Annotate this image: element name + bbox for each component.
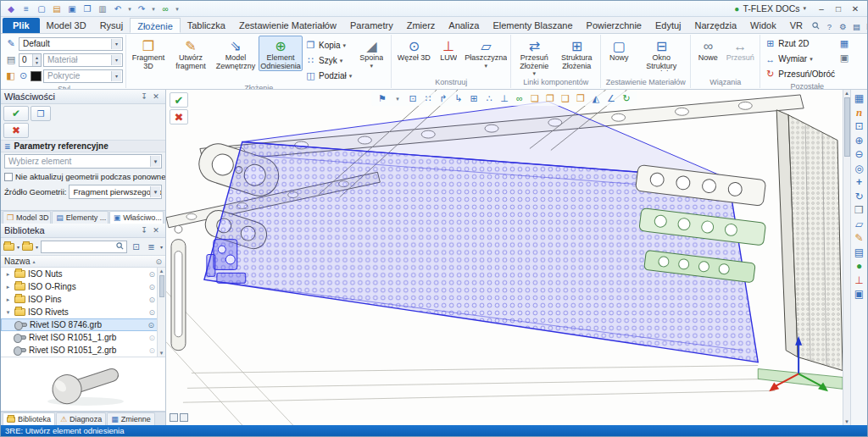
eye-icon[interactable]: ⊙ [148, 334, 155, 342]
undo-dropdown-icon[interactable]: ▾ [126, 3, 133, 15]
apply-button[interactable]: ❐ [31, 106, 51, 121]
tab-analiza[interactable]: Analiza [442, 18, 486, 33]
refresh-icon[interactable]: ↻ [620, 92, 633, 105]
lcs-button[interactable]: ⊥ LUW [434, 36, 463, 64]
tab-zmienne[interactable]: ▦ Zmienne [107, 412, 155, 425]
eye-icon[interactable]: ⊙ [148, 270, 155, 279]
expand-icon[interactable]: ▸ [4, 284, 12, 290]
tab-diagnoza[interactable]: ⚠ Diagnoza [56, 412, 106, 425]
search-icon[interactable] [810, 22, 822, 31]
tab-properties-panel[interactable]: ▣ Właściwo... [109, 211, 164, 224]
app-logo-icon[interactable]: ◆ [4, 3, 18, 15]
geometry-source-combo[interactable]: Fragment pierwszego pozior ▼ [69, 185, 162, 199]
screen-icon[interactable]: ▣ [853, 288, 866, 300]
chevron-down-icon[interactable]: ▾ [111, 71, 121, 81]
frame-icon[interactable]: ❏ [529, 92, 542, 105]
jump-arrow-icon[interactable]: ↱ [437, 92, 450, 105]
move-rotate-button[interactable]: ↻ Przesuń/Obróć [763, 67, 837, 81]
tree-item-rivet-r1051-2[interactable]: Rivet ISO R1051_2.grb ⊙ [1, 344, 165, 357]
library-scrollbar[interactable]: ▲ ▼ [157, 268, 165, 357]
axis-icon[interactable]: ⊥ [498, 92, 511, 105]
minimize-button[interactable]: – [813, 3, 830, 15]
viewport-ok-button[interactable]: ✔ [170, 92, 188, 108]
chevron-down-icon[interactable]: ▼ [150, 156, 160, 167]
new-document-icon[interactable]: ▢ [35, 3, 48, 15]
customize-toolbar-icon[interactable]: ▾ [174, 3, 181, 15]
save-all-icon[interactable]: ❐ [81, 3, 94, 15]
sheet-button-2[interactable] [180, 413, 188, 422]
tree-item-iso-o-rings[interactable]: ▸ ISO O-Rings ⊙ [1, 280, 165, 293]
tab-zmierz[interactable]: Zmierz [400, 18, 442, 33]
spin-down-icon[interactable]: ▼ [35, 60, 39, 65]
column-header-name[interactable]: Nazwa [4, 257, 31, 266]
close-icon[interactable]: ✕ [150, 92, 162, 101]
product-structure-window-button[interactable]: ⊟ Okno Struktury Produktu [635, 36, 687, 72]
new-library-icon[interactable] [3, 243, 14, 251]
view-cube-icon[interactable]: ❒ [853, 204, 866, 216]
chevron-down-icon[interactable]: ▾ [349, 73, 353, 80]
pin-icon[interactable]: ↧ [138, 92, 150, 101]
close-button[interactable]: ✕ [847, 3, 864, 15]
tab-model-3d[interactable]: Model 3D [40, 18, 93, 33]
tab-zlozenie[interactable]: Złożenie [130, 18, 181, 33]
chevron-down-icon[interactable]: ▾ [111, 39, 121, 49]
weld-button[interactable]: ◢ Spoina ▾ [354, 36, 388, 69]
view-mode-icon[interactable]: ≣ [145, 241, 158, 253]
search-icon[interactable] [116, 241, 124, 252]
tab-widok[interactable]: Widok [743, 18, 783, 33]
bom-new-button[interactable]: ▢ Nowy [604, 36, 634, 64]
sheet-button-1[interactable] [170, 413, 178, 422]
visibility-column-icon[interactable]: ⊙ [155, 257, 162, 266]
viewport-cancel-button[interactable]: ✖ [170, 109, 188, 124]
tflex-docs-menu[interactable]: ● T-FLEX DOCs ▾ [734, 3, 806, 14]
reference-element-button[interactable]: ⊕ Element Odniesienia [259, 36, 303, 71]
chevron-down-icon[interactable]: ▾ [340, 58, 343, 64]
pin-icon[interactable]: ↧ [138, 226, 150, 235]
undo-icon[interactable]: ↶ [111, 3, 125, 15]
tab-zestawienie-materialow[interactable]: Zestawienie Materiałów [232, 18, 343, 33]
scrollbar-thumb[interactable] [159, 275, 164, 297]
filter-dropdown-icon[interactable]: ▾ [392, 92, 404, 105]
tab-powierzchnie[interactable]: Powierzchnie [580, 18, 648, 33]
ok-button[interactable]: ✔ [3, 106, 29, 121]
help-icon[interactable]: ? [823, 22, 836, 31]
chevron-down-icon[interactable]: ▾ [17, 244, 19, 250]
triad-icon[interactable]: ⊥ [853, 274, 866, 286]
view-2d-button[interactable]: ⊞ Rzut 2D [763, 36, 837, 51]
tab-elements-panel[interactable]: ▤ Elementy ... [52, 211, 108, 224]
update-geometry-checkbox[interactable] [4, 173, 13, 181]
title-dropdown-icon[interactable]: ▾ [803, 5, 806, 12]
chevron-down-icon[interactable]: ▾ [36, 244, 38, 250]
3d-scene[interactable] [166, 90, 843, 425]
copy-frame-icon[interactable]: ❐ [544, 92, 557, 105]
monitor-icon[interactable]: ▣ [837, 51, 851, 64]
eye-icon[interactable]: ⊙ [148, 296, 155, 304]
chevron-down-icon[interactable]: ▾ [810, 56, 813, 63]
tab-biblioteka[interactable]: Biblioteka [3, 412, 55, 425]
assembly-structure-button[interactable]: ⊞ Struktura Złożenia [555, 36, 598, 71]
zoom-out-icon[interactable]: ⊖ [853, 148, 866, 160]
tree-item-rivet-iso-8746[interactable]: Rivet ISO 8746.grb ⊙ [1, 318, 165, 331]
menu-icon[interactable]: ≡ [19, 3, 33, 15]
close-icon[interactable]: ✕ [150, 226, 162, 235]
eye-icon[interactable]: ⊙ [148, 283, 155, 291]
open-library-icon[interactable] [22, 243, 33, 251]
scroll-up-icon[interactable]: ▲ [159, 268, 164, 274]
cancel-button[interactable]: ✖ [3, 123, 29, 138]
fragment-3d-button[interactable]: ❒ Fragment 3D [129, 36, 168, 71]
scrollbar-thumb[interactable] [844, 97, 850, 157]
node-3d-button[interactable]: ⊙ Węzeł 3D [394, 36, 433, 64]
drawing-list-icon[interactable]: ▦ [853, 92, 866, 104]
tree-item-iso-nuts[interactable]: ▸ ISO Nuts ⊙ [1, 268, 165, 280]
expand-icon[interactable]: ▸ [4, 296, 12, 303]
rotate-view-icon[interactable]: ↻ [853, 191, 866, 202]
chevron-down-icon[interactable]: ▾ [111, 55, 121, 65]
tab-rysuj[interactable]: Rysuj [93, 18, 131, 33]
tree-item-iso-pins[interactable]: ▸ ISO Pins ⊙ [1, 293, 165, 306]
maximize-button[interactable]: □ [830, 3, 847, 15]
tab-model-3d-panel[interactable]: ❒ Model 3D [3, 211, 51, 224]
material-icon[interactable]: n [853, 107, 866, 119]
layers-icon[interactable]: ▤ [853, 246, 866, 258]
eye-icon[interactable]: ⊙ [148, 308, 155, 317]
window-arrange-icon[interactable]: ❐ [864, 22, 868, 31]
